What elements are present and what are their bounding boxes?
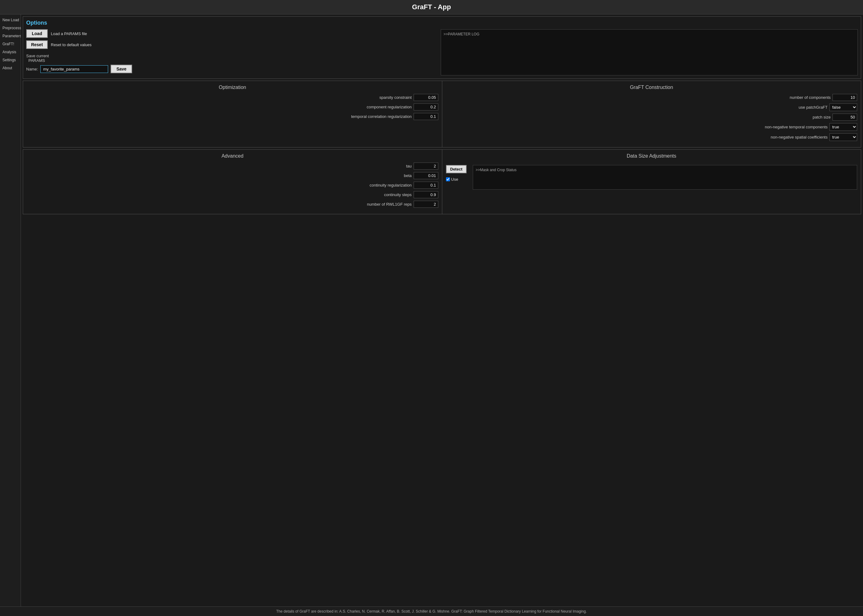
load-row: Load Load a PARAMS file <box>26 29 438 38</box>
reset-row: Reset Reset to default values <box>26 40 438 49</box>
rwl1gf-label: number of RWL1GF reps <box>27 202 412 207</box>
nonneg-temporal-select[interactable]: true false <box>830 123 857 131</box>
sparsity-row: sparsity constraint <box>27 94 438 101</box>
optimization-title: Optimization <box>27 85 438 90</box>
content-area: Options Load Load a PARAMS file Reset Re… <box>21 14 863 607</box>
sidebar-item-settings[interactable]: Settings <box>0 56 20 64</box>
temporal-corr-row: temporal correlation regularization <box>27 113 438 120</box>
component-reg-input[interactable] <box>414 104 438 110</box>
mask-status-text: >>Mask and Crop Status <box>476 168 517 172</box>
continuity-steps-input[interactable] <box>414 191 438 198</box>
beta-row: beta <box>27 172 438 179</box>
use-label: Use <box>451 177 458 182</box>
nonneg-temporal-label: non-negative temporal components <box>446 125 828 129</box>
footer: The details of GraFT are described in: A… <box>0 607 863 616</box>
component-reg-label: component regularization <box>27 105 412 109</box>
num-components-label: number of components <box>446 95 831 100</box>
use-patch-select[interactable]: false true <box>830 104 857 111</box>
sidebar-item-graft[interactable]: GraFT! <box>0 40 20 48</box>
nonneg-spatial-label: non-negative spatial coefficients <box>446 135 828 140</box>
app-title: GraFT - App <box>0 0 863 14</box>
continuity-reg-row: continuity regularization <box>27 182 438 189</box>
rwl1gf-input[interactable] <box>414 201 438 208</box>
graft-construction-title: GraFT Construction <box>446 85 857 90</box>
sidebar-item-preprocess[interactable]: Preprocess <box>0 24 20 32</box>
detect-button[interactable]: Detect <box>446 165 467 173</box>
temporal-corr-label: temporal correlation regularization <box>27 114 412 119</box>
tau-row: tau <box>27 163 438 170</box>
param-log-text: >>PARAMETER LOG <box>444 32 479 36</box>
patch-size-label: patch size <box>446 115 831 119</box>
mask-status: >>Mask and Crop Status <box>473 165 857 190</box>
detect-row: Detect Use >>Mask and Crop Status <box>446 165 857 190</box>
reset-button[interactable]: Reset <box>26 40 48 49</box>
continuity-reg-input[interactable] <box>414 182 438 189</box>
data-size-title: Data Size Adjustments <box>446 153 857 159</box>
bottom-section: Advanced tau beta continuity regularizat… <box>23 149 861 214</box>
use-checkbox[interactable] <box>446 177 450 181</box>
sparsity-input[interactable] <box>414 94 438 101</box>
name-input[interactable] <box>40 65 108 73</box>
footer-text: The details of GraFT are described in: A… <box>276 609 587 614</box>
continuity-reg-label: continuity regularization <box>27 183 412 187</box>
save-params-section: Save current PARAMS Name: Save <box>26 53 438 73</box>
middle-section: Optimization sparsity constraint compone… <box>23 81 861 148</box>
graft-construction-panel: GraFT Construction number of components … <box>442 81 861 147</box>
name-label: Name: <box>26 67 38 71</box>
param-log: >>PARAMETER LOG <box>441 29 858 75</box>
save-button[interactable]: Save <box>110 64 132 73</box>
use-patch-label: use patchGraFT <box>446 105 828 110</box>
sparsity-label: sparsity constraint <box>27 95 412 100</box>
load-description: Load a PARAMS file <box>51 31 87 36</box>
continuity-steps-label: continuity steps <box>27 192 412 197</box>
beta-input[interactable] <box>414 172 438 179</box>
rwl1gf-row: number of RWL1GF reps <box>27 201 438 208</box>
nonneg-spatial-row: non-negative spatial coefficients true f… <box>446 133 857 141</box>
advanced-panel: Advanced tau beta continuity regularizat… <box>23 149 442 214</box>
sidebar-item-analysis[interactable]: Analysis <box>0 48 20 56</box>
num-components-row: number of components <box>446 94 857 101</box>
load-button[interactable]: Load <box>26 29 48 38</box>
tau-label: tau <box>27 164 412 168</box>
title-text: GraFT - App <box>412 3 451 11</box>
save-params-title: Save current PARAMS <box>26 53 438 63</box>
component-reg-row: component regularization <box>27 104 438 110</box>
nonneg-temporal-row: non-negative temporal components true fa… <box>446 123 857 131</box>
options-left-panel: Load Load a PARAMS file Reset Reset to d… <box>26 29 438 75</box>
patch-size-input[interactable] <box>833 113 857 121</box>
use-patch-row: use patchGraFT false true <box>446 104 857 111</box>
sidebar-item-new-load[interactable]: New Load <box>0 16 20 24</box>
sidebar-item-parameters[interactable]: Parameters <box>0 32 20 40</box>
patch-size-row: patch size <box>446 113 857 121</box>
data-size-inner: Detect Use >>Mask and Crop Status <box>446 163 857 190</box>
sidebar-item-about[interactable]: About <box>0 64 20 72</box>
use-row: Use <box>446 177 467 182</box>
advanced-title: Advanced <box>27 153 438 159</box>
data-size-panel: Data Size Adjustments Detect Use >>Mask … <box>442 149 861 214</box>
optimization-panel: Optimization sparsity constraint compone… <box>23 81 442 147</box>
save-row: Name: Save <box>26 64 438 73</box>
sidebar: New Load Preprocess Parameters GraFT! An… <box>0 14 21 607</box>
temporal-corr-input[interactable] <box>414 113 438 120</box>
nonneg-spatial-select[interactable]: true false <box>830 133 857 141</box>
continuity-steps-row: continuity steps <box>27 191 438 198</box>
beta-label: beta <box>27 173 412 178</box>
reset-description: Reset to default values <box>51 42 91 47</box>
options-section: Options Load Load a PARAMS file Reset Re… <box>23 16 861 79</box>
options-title: Options <box>26 20 858 26</box>
tau-input[interactable] <box>414 163 438 170</box>
num-components-input[interactable] <box>833 94 857 101</box>
